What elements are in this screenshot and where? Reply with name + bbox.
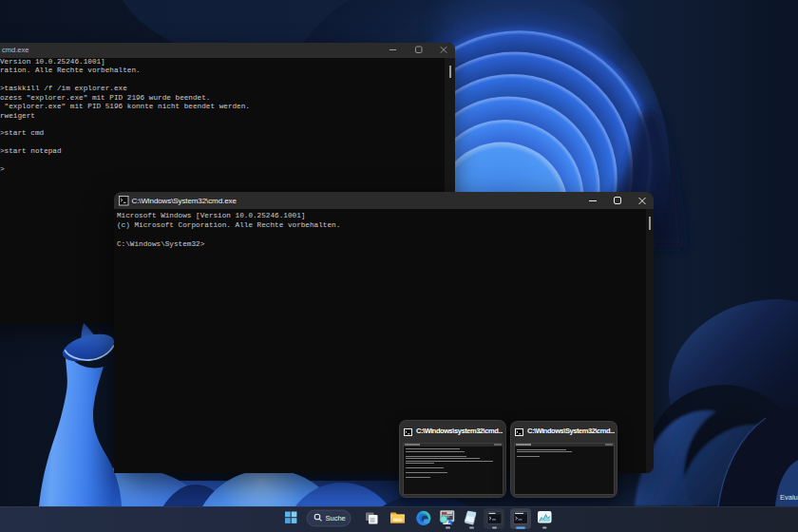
svg-text:Suche: Suche bbox=[326, 514, 346, 522]
